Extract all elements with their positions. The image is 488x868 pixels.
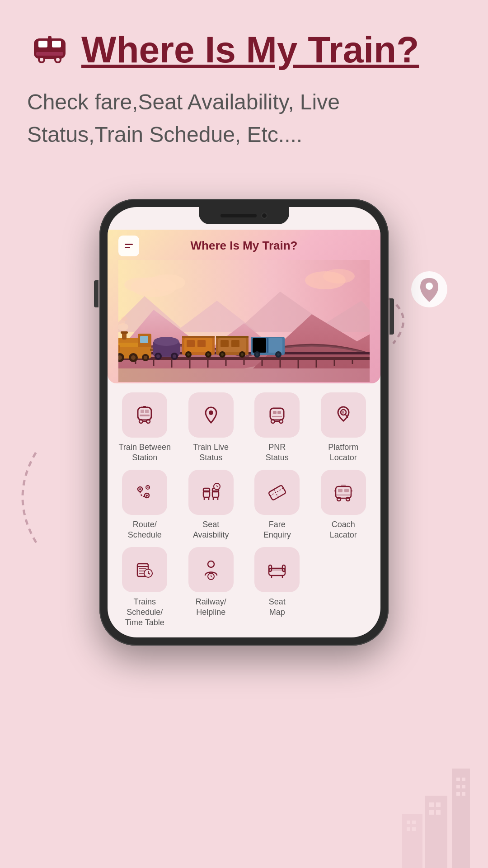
svg-rect-21 xyxy=(52,41,61,47)
ticket-icon xyxy=(266,481,288,504)
railway-helpline-label: Railway/Helpline xyxy=(196,597,226,618)
app-subtitle: Check fare,Seat Availability, Live Statu… xyxy=(27,86,461,151)
svg-point-161 xyxy=(208,561,214,567)
svg-rect-57 xyxy=(140,336,148,343)
menu-grid: Train BetweenStation Train LiveStatus xyxy=(108,383,380,637)
train-live-status-label: Train LiveStatus xyxy=(193,442,229,463)
buildings-decoration xyxy=(398,732,488,868)
svg-rect-2 xyxy=(452,769,470,868)
svg-rect-144 xyxy=(336,486,351,498)
svg-rect-10 xyxy=(429,802,434,807)
route-schedule-label: Route/Schedule xyxy=(128,519,162,541)
menu-item-route-schedule[interactable]: Route/Schedule xyxy=(115,470,175,541)
menu-item-coach-locator[interactable]: CoachLacator xyxy=(314,470,374,541)
svg-rect-17 xyxy=(407,827,410,831)
train-logo-icon xyxy=(27,27,72,72)
location-search-icon xyxy=(332,404,355,426)
seat-availability-label: SeatAvaisbility xyxy=(193,519,229,541)
menu-item-pnr-status[interactable]: PNRStatus xyxy=(247,392,307,463)
svg-point-111 xyxy=(209,410,213,415)
pnr-status-icon-box xyxy=(254,392,300,438)
svg-point-26 xyxy=(56,58,60,61)
svg-point-129 xyxy=(147,486,149,488)
menu-icon xyxy=(125,244,133,248)
svg-point-82 xyxy=(207,353,210,356)
svg-rect-5 xyxy=(456,785,460,788)
svg-rect-141 xyxy=(268,485,286,500)
svg-point-102 xyxy=(121,316,127,321)
menu-item-fare-enquiry[interactable]: FareEnquiry xyxy=(247,470,307,541)
svg-rect-12 xyxy=(429,810,434,815)
menu-item-seat-availability[interactable]: SeatAvaisbility xyxy=(181,470,241,541)
menu-item-train-between-station[interactable]: Train BetweenStation xyxy=(115,392,175,463)
svg-rect-106 xyxy=(140,415,150,416)
app-main-title: Where Is My Train? xyxy=(81,31,419,68)
menu-item-railway-helpline[interactable]: Railway/Helpline xyxy=(181,547,241,628)
svg-line-140 xyxy=(217,486,218,487)
timetable-icon xyxy=(133,558,156,581)
hamburger-menu-button[interactable] xyxy=(118,236,139,256)
platform-locator-icon-box xyxy=(321,392,366,438)
svg-rect-78 xyxy=(182,336,215,338)
location-pin-icon xyxy=(200,404,222,426)
train-live-status-icon-box xyxy=(188,392,234,438)
svg-point-24 xyxy=(40,58,43,61)
svg-rect-58 xyxy=(118,345,120,352)
svg-rect-60 xyxy=(121,331,128,334)
svg-point-71 xyxy=(156,354,160,358)
svg-point-125 xyxy=(139,488,141,490)
svg-point-33 xyxy=(323,269,355,283)
svg-rect-13 xyxy=(436,810,441,815)
notch-camera xyxy=(261,212,267,219)
platform-locator-label: PlatformLocator xyxy=(328,442,358,463)
svg-rect-7 xyxy=(456,792,460,796)
menu-item-trains-schedule[interactable]: Trains Schedule/Time Table xyxy=(115,547,175,628)
phone-notch xyxy=(199,207,289,224)
svg-rect-112 xyxy=(270,408,284,420)
app-header-title: Where Is My Train? xyxy=(191,239,298,253)
svg-rect-93 xyxy=(253,338,266,353)
menu-item-seat-map[interactable]: SeatMap xyxy=(247,547,307,628)
seatmap-icon xyxy=(266,558,288,581)
header-section: Where Is My Train? Check fare,Seat Avail… xyxy=(27,27,461,151)
railway-helpline-icon-box xyxy=(188,547,234,592)
svg-rect-85 xyxy=(221,340,229,347)
svg-rect-146 xyxy=(344,489,349,492)
svg-rect-113 xyxy=(273,411,277,414)
svg-rect-114 xyxy=(277,411,281,414)
svg-point-1 xyxy=(426,283,433,290)
svg-point-64 xyxy=(131,355,136,360)
phone-mockup: Where Is My Train? xyxy=(99,199,389,646)
svg-point-31 xyxy=(124,278,156,292)
svg-rect-87 xyxy=(216,336,249,338)
menu-item-train-live-status[interactable]: Train LiveStatus xyxy=(181,392,241,463)
svg-line-143 xyxy=(274,489,278,497)
trains-schedule-icon-box xyxy=(122,547,167,592)
trains-schedule-label: Trains Schedule/Time Table xyxy=(115,597,175,628)
svg-rect-22 xyxy=(36,52,63,56)
svg-point-69 xyxy=(154,337,179,346)
svg-rect-18 xyxy=(412,827,416,831)
coach-locator-label: CoachLacator xyxy=(330,519,357,541)
svg-rect-3 xyxy=(456,778,460,781)
menu-line-2 xyxy=(125,247,130,248)
svg-point-149 xyxy=(346,497,350,501)
svg-point-148 xyxy=(337,497,341,501)
svg-rect-131 xyxy=(203,488,210,492)
train-scene xyxy=(118,260,370,382)
svg-rect-8 xyxy=(462,792,465,796)
svg-rect-15 xyxy=(407,821,410,824)
svg-rect-115 xyxy=(272,416,282,417)
svg-rect-6 xyxy=(462,785,465,788)
fare-enquiry-label: FareEnquiry xyxy=(263,519,291,541)
svg-rect-11 xyxy=(436,802,441,807)
svg-rect-105 xyxy=(145,410,149,413)
svg-rect-27 xyxy=(48,36,52,41)
app-banner: Where Is My Train? xyxy=(108,230,380,383)
menu-line-1 xyxy=(125,244,133,245)
menu-item-platform-locator[interactable]: PlatformLocator xyxy=(314,392,374,463)
seat-map-label: SeatMap xyxy=(269,597,286,618)
fare-enquiry-icon-box xyxy=(254,470,300,515)
svg-rect-94 xyxy=(269,338,282,353)
svg-point-123 xyxy=(342,411,344,414)
